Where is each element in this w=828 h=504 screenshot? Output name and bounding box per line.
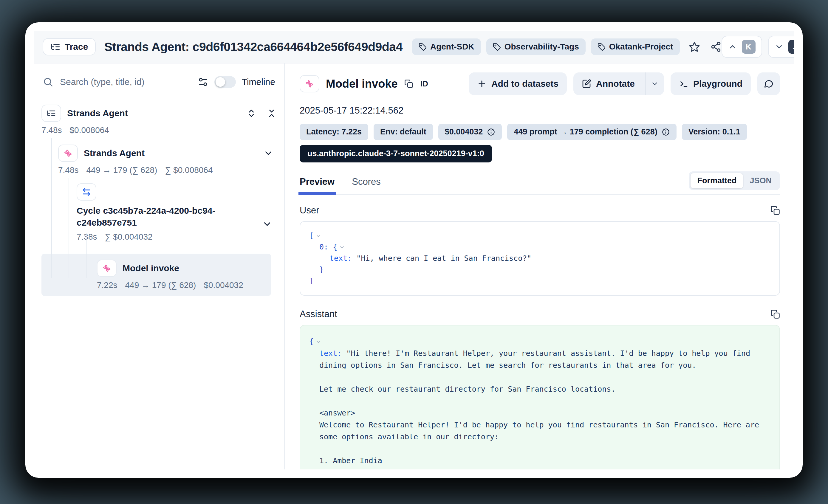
node-duration: 7.48s (41, 125, 62, 135)
trace-detail-view: Trace Strands Agent: c9d6f01342ca664464b… (34, 31, 794, 469)
env-badge: Env: default (374, 124, 433, 140)
comments-button[interactable] (757, 73, 780, 95)
annotate-label: Annotate (596, 79, 635, 89)
version-badge: Version: 0.1.1 (682, 124, 747, 140)
tree-guide-line (69, 178, 69, 278)
observation-tree: Strands Agent 7.48s $0.008064 (34, 104, 284, 296)
tag-label: Okatank-Project (609, 42, 673, 51)
toggle-knob (216, 77, 225, 87)
latency-badge: Latency: 7.22s (300, 124, 368, 140)
prev-observation-button[interactable]: K (721, 36, 762, 58)
pinwheel-icon (102, 263, 112, 273)
token-usage-badge[interactable]: 449 prompt → 179 completion (∑ 628) (507, 124, 676, 140)
format-option-formatted[interactable]: Formatted (691, 173, 743, 188)
playground-button[interactable]: Playground (671, 73, 751, 95)
tree-node-model-invoke-selected[interactable]: Model invoke 7.22s 449 → 179 (∑ 628) $0.… (41, 254, 271, 296)
copy-icon[interactable] (771, 309, 780, 319)
model-name-badge[interactable]: us.anthropic.claude-3-7-sonnet-20250219-… (300, 145, 492, 162)
timeline-toggle-label: Timeline (242, 77, 275, 87)
collapse-chevron-icon[interactable] (316, 339, 321, 345)
tree-node-title: Strands Agent (84, 148, 144, 158)
tag-icon (493, 43, 501, 51)
trace-type-badge: Trace (43, 38, 96, 55)
tree-node-trace-root[interactable]: Strands Agent 7.48s $0.008064 (41, 104, 277, 135)
format-option-json[interactable]: JSON (743, 173, 778, 188)
tag-badge[interactable]: Okatank-Project (591, 38, 680, 55)
observation-detail-panel: Model invoke ID Add to datasets Annotate (285, 64, 794, 469)
next-observation-button[interactable]: J (768, 36, 795, 58)
json-item-close: } (319, 265, 324, 274)
cost-badge[interactable]: $0.004032 (438, 124, 502, 140)
json-open-bracket: [ (309, 231, 314, 240)
tag-label: Observability-Tags (504, 42, 579, 51)
app-window: Trace Strands Agent: c9d6f01342ca664464b… (25, 23, 803, 478)
tag-badge[interactable]: Observability-Tags (486, 38, 586, 55)
copy-icon[interactable] (771, 206, 780, 215)
annotate-button[interactable]: Annotate (573, 73, 664, 95)
info-icon (487, 128, 495, 136)
tag-badge[interactable]: Agent-SDK (412, 38, 481, 55)
observation-meta-badges: Latency: 7.22s Env: default $0.004032 44… (300, 124, 780, 140)
trace-tree-sidebar: Timeline Strands Agent (34, 64, 285, 469)
shortcut-key-k: K (742, 40, 755, 54)
pinwheel-icon (304, 79, 315, 89)
id-label: ID (420, 79, 428, 88)
tab-preview[interactable]: Preview (300, 176, 335, 194)
filter-sliders-icon[interactable] (198, 77, 208, 87)
info-icon (662, 128, 670, 136)
trace-tags: Agent-SDK Observability-Tags Okatank-Pro… (412, 38, 680, 55)
star-icon[interactable] (689, 41, 700, 52)
user-message-panel: [ 0: { text: "Hi, where can I eat in San… (300, 221, 780, 296)
node-cost: $0.008064 (70, 125, 109, 135)
collapse-all-icon[interactable] (267, 109, 277, 118)
tag-icon (419, 43, 427, 51)
trace-badge-label: Trace (65, 42, 88, 52)
format-toggle: Formatted JSON (689, 171, 780, 190)
node-cost: ∑ $0.004032 (105, 232, 153, 242)
chevron-down-icon (775, 42, 784, 51)
json-key: text: (329, 254, 352, 262)
add-to-datasets-button[interactable]: Add to datasets (469, 73, 567, 95)
cycle-node-badge (77, 183, 96, 201)
timeline-toggle[interactable] (214, 76, 236, 88)
collapse-chevron-icon[interactable] (316, 233, 321, 239)
tree-node-title: Strands Agent (67, 108, 128, 118)
json-string-value: "Hi, where can I eat in San Francisco?" (356, 254, 531, 262)
chevron-down-icon[interactable] (262, 219, 272, 229)
list-tree-icon (50, 42, 60, 52)
search-icon (43, 77, 53, 87)
tab-scores[interactable]: Scores (352, 176, 380, 194)
agent-node-badge (58, 144, 78, 162)
node-tokens: 449 → 179 (∑ 628) (125, 281, 196, 290)
trace-header-bar: Trace Strands Agent: c9d6f01342ca664464b… (34, 31, 794, 64)
expand-all-icon[interactable] (247, 109, 256, 118)
tree-node-title: Model invoke (123, 263, 179, 273)
pinwheel-icon (63, 148, 73, 158)
collapse-chevron-icon[interactable] (339, 244, 345, 250)
search-input[interactable] (59, 77, 192, 87)
annotate-dropdown-caret[interactable] (645, 73, 664, 95)
arrow-left-right-icon (82, 187, 91, 197)
share-icon[interactable] (710, 41, 721, 52)
shortcut-key-j: J (788, 40, 795, 54)
chevron-down-icon[interactable] (263, 148, 274, 158)
chevron-up-icon (728, 42, 737, 51)
json-open-brace: { (309, 337, 314, 346)
list-tree-icon (46, 109, 56, 118)
plus-icon (477, 79, 487, 88)
generation-node-badge (97, 260, 117, 277)
detail-tabs: Preview Scores Formatted JSON (300, 171, 780, 195)
trace-node-badge (41, 104, 61, 122)
tree-node-cycle[interactable]: Cycle c3c45b7a-224a-4200-bc94-c24eb857e7… (77, 183, 277, 242)
copy-id-icon[interactable] (404, 79, 413, 88)
node-duration: 7.22s (97, 281, 118, 290)
page-title: Strands Agent: c9d6f01342ca664464b2e56f6… (104, 40, 403, 54)
node-cost: ∑ $0.008064 (165, 165, 213, 175)
json-key: text: (319, 349, 342, 358)
edit-pen-icon (582, 79, 591, 88)
user-section-title: User (300, 205, 319, 216)
tag-label: Agent-SDK (430, 42, 474, 51)
json-string-value: "Hi there! I'm Restaurant Helper, your r… (319, 349, 763, 469)
node-tokens: 449 → 179 (∑ 628) (86, 165, 157, 175)
tree-node-agent[interactable]: Strands Agent 7.48s 449 → 179 (∑ 628) ∑ … (58, 144, 277, 175)
